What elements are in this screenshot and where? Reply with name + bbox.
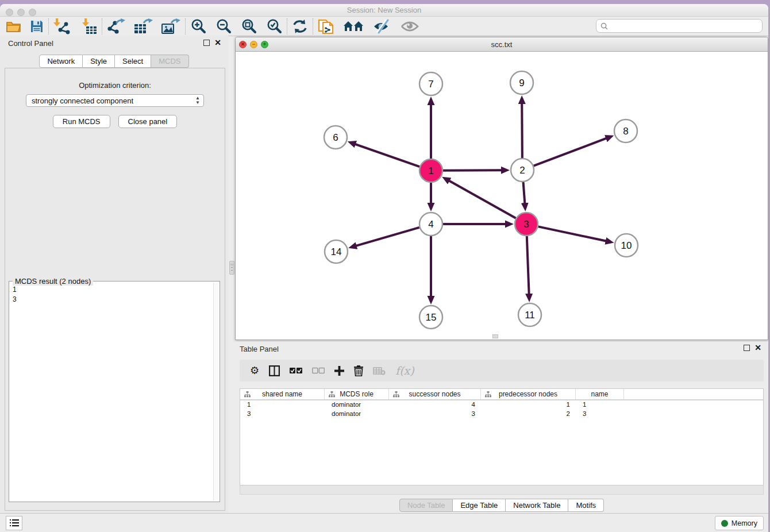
column-header-name[interactable]: name (576, 389, 624, 399)
table-cell[interactable]: 3 (240, 410, 325, 419)
search-field[interactable] (596, 19, 763, 33)
export-image-icon[interactable] (161, 18, 180, 35)
table-scrollbar[interactable] (240, 485, 764, 495)
panel-splitter-handle[interactable] (229, 261, 234, 275)
show-columns-icon[interactable] (269, 365, 280, 376)
duplicate-network-icon[interactable] (318, 18, 334, 35)
edge-1-2[interactable] (443, 170, 502, 171)
criterion-value: strongly connected component (32, 97, 133, 105)
column-header-mcds-role[interactable]: MCDS role (325, 389, 389, 399)
edge-1-6[interactable] (355, 144, 419, 167)
status-bar: Memory (0, 513, 768, 532)
graph-node-15[interactable]: 15 (419, 306, 442, 329)
search-icon (600, 22, 608, 30)
float-table-panel-icon[interactable] (744, 345, 750, 351)
table-settings-gear-icon[interactable]: ⚙ (250, 364, 259, 377)
toolbar-separator (287, 18, 287, 34)
table-cell[interactable]: 3 (576, 410, 624, 419)
table-cell[interactable]: 1 (576, 400, 624, 410)
graph-node-8[interactable]: 8 (614, 119, 637, 142)
edge-4-14[interactable] (356, 228, 419, 246)
graph-node-2[interactable]: 2 (511, 159, 534, 182)
graph-node-7[interactable]: 7 (419, 72, 442, 95)
table-cell[interactable]: dominator (325, 410, 389, 419)
show-all-icon[interactable] (401, 18, 419, 35)
table-tab-node-table[interactable]: Node Table (399, 499, 453, 512)
edge-2-8[interactable] (534, 138, 607, 166)
table-tab-edge-table[interactable]: Edge Table (453, 499, 506, 512)
delete-column-trash-icon[interactable] (354, 365, 363, 376)
tab-network[interactable]: Network (39, 55, 83, 68)
edge-3-11[interactable] (527, 236, 529, 294)
run-mcds-button[interactable]: Run MCDS (53, 115, 110, 128)
tab-select[interactable]: Select (115, 55, 151, 68)
toolbar-separator (185, 18, 186, 34)
column-header-successor-nodes[interactable]: successor nodes (389, 389, 481, 399)
open-folder-icon[interactable] (6, 18, 22, 35)
table-cell[interactable]: 3 (389, 410, 481, 419)
network-graph[interactable]: 1234678910111415 (236, 52, 768, 340)
zoom-out-icon[interactable] (215, 18, 232, 35)
svg-text:14: 14 (331, 246, 342, 257)
deselect-all-icon[interactable] (312, 367, 325, 374)
svg-text:6: 6 (333, 132, 338, 143)
network-window-titlebar[interactable]: ✕ − + scc.txt (236, 37, 768, 52)
graph-node-9[interactable]: 9 (510, 71, 533, 94)
table-row[interactable]: 3dominator323 (240, 410, 763, 419)
memory-button[interactable]: Memory (715, 516, 764, 530)
save-icon[interactable] (30, 18, 44, 35)
graph-node-11[interactable]: 11 (518, 303, 541, 326)
import-table-icon[interactable] (81, 18, 97, 35)
list-icon (10, 519, 19, 527)
first-neighbors-icon[interactable] (343, 18, 364, 35)
table-cell[interactable]: 4 (389, 400, 481, 410)
float-panel-icon[interactable] (203, 40, 210, 46)
table-cell[interactable]: 1 (240, 400, 325, 410)
close-panel-button[interactable]: Close panel (118, 115, 178, 128)
control-panel-title: Control Panel (8, 39, 53, 48)
edge-3-10[interactable] (538, 226, 606, 241)
graph-node-1[interactable]: 1 (419, 159, 442, 182)
graph-node-14[interactable]: 14 (325, 240, 348, 263)
tab-style[interactable]: Style (83, 55, 115, 68)
close-panel-icon[interactable]: ✕ (214, 38, 221, 47)
close-table-panel-icon[interactable]: ✕ (754, 343, 761, 352)
table-cell[interactable]: 2 (481, 410, 576, 419)
graph-node-6[interactable]: 6 (324, 126, 347, 149)
export-table-icon[interactable] (133, 18, 153, 35)
delete-table-icon (373, 367, 386, 375)
export-network-icon[interactable] (107, 18, 125, 35)
table-row[interactable]: 1dominator411 (240, 400, 763, 410)
result-scrollbar[interactable] (213, 283, 218, 500)
edge-2-9[interactable] (522, 103, 522, 158)
tab-mcds[interactable]: MCDS (151, 55, 188, 68)
table-tab-motifs[interactable]: Motifs (568, 499, 604, 512)
table-panel: Table Panel ✕ ⚙ f(x) (235, 342, 768, 513)
edge-2-3[interactable] (523, 182, 525, 203)
search-input[interactable] (611, 22, 762, 30)
table-cell[interactable]: 1 (481, 400, 576, 410)
add-column-icon[interactable] (334, 366, 344, 376)
table-cell[interactable]: dominator (325, 400, 389, 410)
svg-text:3: 3 (523, 219, 529, 230)
select-all-icon[interactable] (290, 367, 302, 374)
column-header-shared-name[interactable]: shared name (240, 389, 325, 399)
import-network-icon[interactable] (53, 18, 71, 35)
svg-text:10: 10 (621, 240, 632, 251)
zoom-fit-icon[interactable] (241, 18, 257, 35)
canvas-grip-handle[interactable] (492, 334, 498, 338)
graph-node-3[interactable]: 3 (515, 213, 538, 236)
graph-node-4[interactable]: 4 (419, 213, 442, 236)
refresh-icon[interactable] (292, 18, 308, 35)
table-tab-network-table[interactable]: Network Table (506, 499, 568, 512)
network-canvas[interactable]: 1234678910111415 (236, 52, 768, 340)
node-table[interactable]: shared nameMCDS rolesuccessor nodesprede… (240, 388, 764, 485)
hide-selected-icon[interactable] (373, 18, 391, 35)
task-history-button[interactable] (6, 516, 22, 530)
column-header-predecessor-nodes[interactable]: predecessor nodes (481, 389, 576, 399)
edge-3-1[interactable] (449, 181, 515, 218)
graph-node-10[interactable]: 10 (615, 234, 638, 257)
zoom-selected-icon[interactable] (266, 18, 282, 35)
zoom-in-icon[interactable] (190, 18, 206, 35)
criterion-select[interactable]: strongly connected component ▲▼ (26, 94, 204, 107)
